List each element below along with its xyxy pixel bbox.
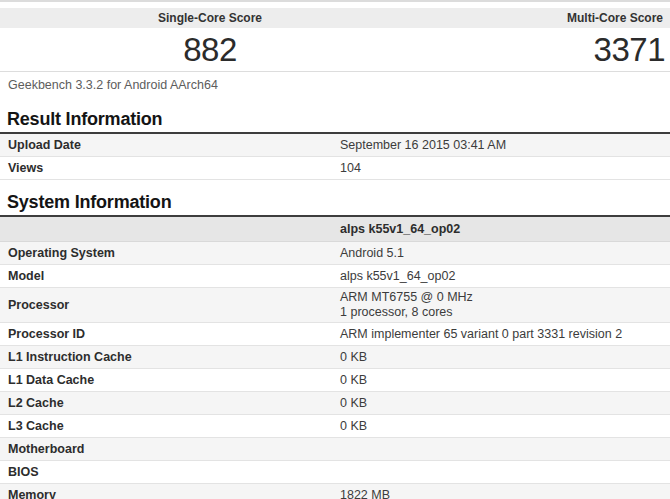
table-row-bios: BIOS bbox=[0, 461, 670, 484]
row-label: BIOS bbox=[0, 465, 335, 480]
table-row-l1-instruction-cache: L1 Instruction Cache 0 KB bbox=[0, 346, 670, 369]
row-label: Motherboard bbox=[0, 442, 335, 457]
score-banner-values: 882 3371 bbox=[0, 28, 670, 72]
row-label: L1 Data Cache bbox=[0, 373, 335, 388]
single-core-score-value: 882 bbox=[0, 31, 420, 69]
row-value: alps k55v1_64_op02 bbox=[335, 269, 670, 284]
score-banner-header: Single-Core Score Multi-Core Score bbox=[0, 8, 670, 28]
processor-name-line: ARM MT6755 @ 0 MHz bbox=[340, 290, 670, 305]
system-information-title: System Information bbox=[0, 192, 670, 217]
row-label: L1 Instruction Cache bbox=[0, 350, 335, 365]
geekbench-result-page: Single-Core Score Multi-Core Score 882 3… bbox=[0, 0, 670, 499]
result-information-table: Upload Date September 16 2015 03:41 AM V… bbox=[0, 134, 670, 180]
row-value: 0 KB bbox=[335, 396, 670, 411]
table-row-model: Model alps k55v1_64_op02 bbox=[0, 265, 670, 288]
multi-core-score-label: Multi-Core Score bbox=[420, 11, 670, 25]
row-value: 0 KB bbox=[335, 373, 670, 388]
table-row-views: Views 104 bbox=[0, 157, 670, 180]
row-value: 1822 MB bbox=[335, 488, 670, 499]
result-information-title: Result Information bbox=[0, 109, 670, 134]
table-row-motherboard: Motherboard bbox=[0, 438, 670, 461]
row-label: Views bbox=[0, 161, 335, 176]
row-value: ARM implementer 65 variant 0 part 3331 r… bbox=[335, 327, 670, 342]
benchmark-version-caption: Geekbench 3.3.2 for Android AArch64 bbox=[0, 72, 670, 93]
system-information-section: System Information alps k55v1_64_op02 Op… bbox=[0, 192, 670, 499]
row-value: September 16 2015 03:41 AM bbox=[335, 138, 670, 153]
table-row-processor: Processor ARM MT6755 @ 0 MHz 1 processor… bbox=[0, 288, 670, 323]
table-row-l3-cache: L3 Cache 0 KB bbox=[0, 415, 670, 438]
table-row-l2-cache: L2 Cache 0 KB bbox=[0, 392, 670, 415]
row-label: L3 Cache bbox=[0, 419, 335, 434]
row-value: 104 bbox=[335, 161, 670, 176]
single-core-score-label: Single-Core Score bbox=[0, 11, 420, 25]
row-label: Operating System bbox=[0, 246, 335, 261]
table-row-operating-system: Operating System Android 5.1 bbox=[0, 242, 670, 265]
row-label: Processor bbox=[0, 298, 335, 313]
row-label: Model bbox=[0, 269, 335, 284]
table-row-upload-date: Upload Date September 16 2015 03:41 AM bbox=[0, 134, 670, 157]
row-label: Upload Date bbox=[0, 138, 335, 153]
row-label: Memory bbox=[0, 488, 335, 499]
table-row-memory: Memory 1822 MB bbox=[0, 484, 670, 499]
row-value: Android 5.1 bbox=[335, 246, 670, 261]
row-label: L2 Cache bbox=[0, 396, 335, 411]
row-label: Processor ID bbox=[0, 327, 335, 342]
multi-core-score-value: 3371 bbox=[420, 31, 670, 69]
table-row-l1-data-cache: L1 Data Cache 0 KB bbox=[0, 369, 670, 392]
row-value: 0 KB bbox=[335, 350, 670, 365]
result-information-section: Result Information Upload Date September… bbox=[0, 109, 670, 180]
table-header-row-device: alps k55v1_64_op02 bbox=[0, 217, 670, 242]
row-value: 0 KB bbox=[335, 419, 670, 434]
processor-cores-line: 1 processor, 8 cores bbox=[340, 305, 670, 320]
row-value: ARM MT6755 @ 0 MHz 1 processor, 8 cores bbox=[335, 288, 670, 322]
device-name-value: alps k55v1_64_op02 bbox=[335, 222, 670, 237]
system-information-table: alps k55v1_64_op02 Operating System Andr… bbox=[0, 217, 670, 499]
table-row-processor-id: Processor ID ARM implementer 65 variant … bbox=[0, 323, 670, 346]
